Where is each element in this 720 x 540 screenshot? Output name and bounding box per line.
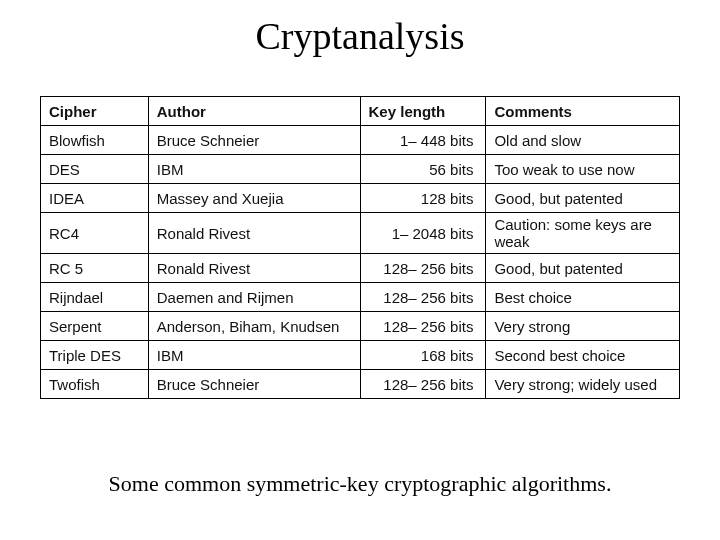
table-row: RC 5 Ronald Rivest 128– 256 bits Good, b… bbox=[41, 254, 680, 283]
table-row: Triple DES IBM 168 bits Second best choi… bbox=[41, 341, 680, 370]
cell-comments: Good, but patented bbox=[486, 254, 680, 283]
col-header-author: Author bbox=[148, 97, 360, 126]
cell-comments: Second best choice bbox=[486, 341, 680, 370]
cell-comments: Old and slow bbox=[486, 126, 680, 155]
cell-cipher: Blowfish bbox=[41, 126, 149, 155]
cell-author: Massey and Xuejia bbox=[148, 184, 360, 213]
table-row: Serpent Anderson, Biham, Knudsen 128– 25… bbox=[41, 312, 680, 341]
cell-keylen: 128– 256 bits bbox=[360, 370, 486, 399]
cell-cipher: Serpent bbox=[41, 312, 149, 341]
cell-comments: Best choice bbox=[486, 283, 680, 312]
col-header-comments: Comments bbox=[486, 97, 680, 126]
cell-cipher: IDEA bbox=[41, 184, 149, 213]
cell-comments: Caution: some keys are weak bbox=[486, 213, 680, 254]
cell-comments: Very strong; widely used bbox=[486, 370, 680, 399]
cell-keylen: 1– 448 bits bbox=[360, 126, 486, 155]
cell-comments: Good, but patented bbox=[486, 184, 680, 213]
table-row: Twofish Bruce Schneier 128– 256 bits Ver… bbox=[41, 370, 680, 399]
cipher-table: Cipher Author Key length Comments Blowfi… bbox=[40, 96, 680, 399]
cell-author: Ronald Rivest bbox=[148, 254, 360, 283]
cell-comments: Too weak to use now bbox=[486, 155, 680, 184]
cell-cipher: RC 5 bbox=[41, 254, 149, 283]
cell-author: IBM bbox=[148, 155, 360, 184]
table-row: IDEA Massey and Xuejia 128 bits Good, bu… bbox=[41, 184, 680, 213]
cell-keylen: 128– 256 bits bbox=[360, 312, 486, 341]
cell-author: Daemen and Rijmen bbox=[148, 283, 360, 312]
table-row: Rijndael Daemen and Rijmen 128– 256 bits… bbox=[41, 283, 680, 312]
cell-author: Bruce Schneier bbox=[148, 370, 360, 399]
cell-cipher: Rijndael bbox=[41, 283, 149, 312]
page-title: Cryptanalysis bbox=[0, 14, 720, 58]
cell-keylen: 128– 256 bits bbox=[360, 254, 486, 283]
caption: Some common symmetric-key cryptographic … bbox=[0, 471, 720, 497]
table-row: RC4 Ronald Rivest 1– 2048 bits Caution: … bbox=[41, 213, 680, 254]
table-row: Blowfish Bruce Schneier 1– 448 bits Old … bbox=[41, 126, 680, 155]
cell-cipher: RC4 bbox=[41, 213, 149, 254]
cell-author: Ronald Rivest bbox=[148, 213, 360, 254]
cell-author: Anderson, Biham, Knudsen bbox=[148, 312, 360, 341]
table-header-row: Cipher Author Key length Comments bbox=[41, 97, 680, 126]
cell-author: Bruce Schneier bbox=[148, 126, 360, 155]
cell-cipher: Triple DES bbox=[41, 341, 149, 370]
cell-keylen: 128– 256 bits bbox=[360, 283, 486, 312]
cell-comments: Very strong bbox=[486, 312, 680, 341]
cipher-table-container: Cipher Author Key length Comments Blowfi… bbox=[40, 96, 680, 399]
cell-cipher: DES bbox=[41, 155, 149, 184]
cell-keylen: 168 bits bbox=[360, 341, 486, 370]
col-header-keylen: Key length bbox=[360, 97, 486, 126]
cell-keylen: 56 bits bbox=[360, 155, 486, 184]
cell-author: IBM bbox=[148, 341, 360, 370]
cell-cipher: Twofish bbox=[41, 370, 149, 399]
cell-keylen: 1– 2048 bits bbox=[360, 213, 486, 254]
slide: Cryptanalysis Cipher Author Key length C… bbox=[0, 14, 720, 540]
col-header-cipher: Cipher bbox=[41, 97, 149, 126]
table-row: DES IBM 56 bits Too weak to use now bbox=[41, 155, 680, 184]
cell-keylen: 128 bits bbox=[360, 184, 486, 213]
